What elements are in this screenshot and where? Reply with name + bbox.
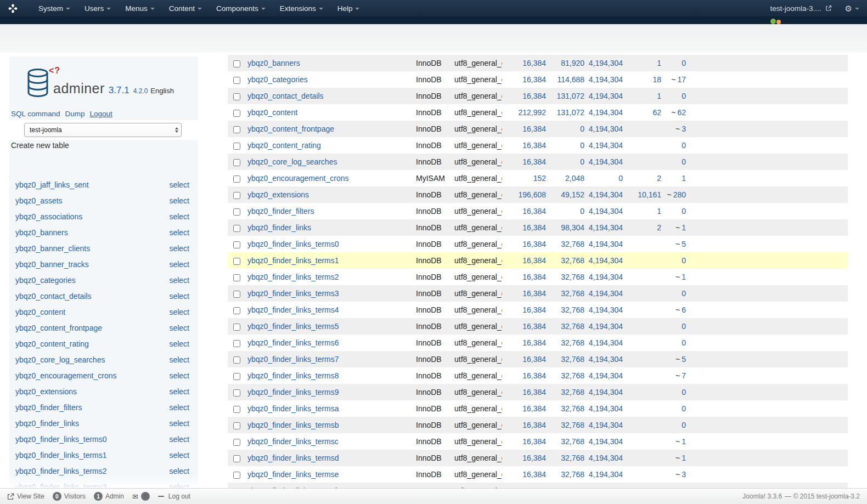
database-select[interactable]: test-joomla [24, 123, 182, 137]
data-length-link[interactable]: 16,384 [522, 223, 546, 232]
data-free-link[interactable]: 4,194,304 [589, 437, 623, 446]
data-length-link[interactable]: 16,384 [522, 437, 546, 446]
table-name-link[interactable]: ybqz0_core_log_searches [247, 157, 337, 166]
menu-item[interactable]: System [31, 0, 77, 16]
index-length-link[interactable]: 49,152 [561, 190, 584, 199]
rows-count-link[interactable]: 0 [682, 322, 686, 331]
sidebar-select-link[interactable]: select [169, 387, 189, 396]
auto-increment-link[interactable]: 10,161 [638, 190, 661, 199]
sidebar-table-link[interactable]: ybqz0_contact_details [15, 292, 92, 301]
data-free-link[interactable]: 4,194,304 [589, 355, 623, 364]
sidebar-select-link[interactable]: select [169, 228, 189, 237]
view-site-link[interactable]: View Site [17, 492, 44, 500]
data-length-link[interactable]: 16,384 [522, 355, 546, 364]
data-free-link[interactable]: 4,194,304 [589, 454, 623, 462]
rows-count-link[interactable]: 0 [682, 388, 686, 397]
data-free-link[interactable]: 4,194,304 [589, 75, 623, 84]
index-length-link[interactable]: 131,072 [556, 108, 584, 117]
sidebar-select-link[interactable]: select [169, 244, 189, 253]
index-length-link[interactable]: 2,048 [565, 174, 584, 183]
data-length-link[interactable]: 16,384 [522, 289, 546, 298]
index-length-link[interactable]: 32,768 [561, 338, 584, 347]
data-free-link[interactable]: 4,194,304 [589, 322, 623, 331]
row-checkbox[interactable] [233, 143, 240, 150]
index-length-link[interactable]: 32,768 [561, 240, 584, 248]
menu-item[interactable]: Components [209, 0, 273, 16]
table-name-link[interactable]: ybqz0_finder_links_terms3 [247, 289, 339, 298]
row-checkbox[interactable] [233, 126, 240, 133]
data-free-link[interactable]: 4,194,304 [589, 421, 623, 429]
row-checkbox[interactable] [233, 274, 240, 281]
rows-count-link[interactable]: 1 [682, 437, 686, 446]
data-length-link[interactable]: 16,384 [522, 157, 546, 166]
auto-increment-link[interactable]: 1 [657, 92, 661, 100]
data-length-link[interactable]: 152 [533, 174, 546, 183]
sidebar-table-link[interactable]: ybqz0_finder_filters [15, 403, 82, 412]
index-length-link[interactable]: 32,768 [561, 470, 584, 479]
sidebar-table-link[interactable]: ybqz0_banner_clients [15, 244, 90, 253]
index-length-link[interactable]: 32,768 [561, 371, 584, 380]
table-name-link[interactable]: ybqz0_finder_links_terms4 [247, 305, 339, 314]
sidebar-select-link[interactable]: select [169, 308, 189, 316]
sidebar-table-link[interactable]: ybqz0_banner_tracks [15, 260, 89, 269]
data-length-link[interactable]: 16,384 [522, 256, 546, 265]
data-free-link[interactable]: 4,194,304 [589, 305, 623, 314]
table-name-link[interactable]: ybqz0_finder_links_termsa [247, 404, 339, 413]
sidebar-select-link[interactable]: select [169, 180, 189, 189]
table-name-link[interactable]: ybqz0_finder_links_termse [247, 470, 339, 479]
table-name-link[interactable]: ybqz0_encouragement_crons [247, 174, 348, 183]
data-free-link[interactable]: 4,194,304 [589, 338, 623, 347]
rows-count-link[interactable]: 1 [682, 223, 686, 232]
index-length-link[interactable]: 0 [580, 124, 584, 133]
create-table-link[interactable]: Create new table [11, 141, 69, 150]
site-preview-link[interactable]: test-joomla-3.... [770, 4, 832, 13]
table-name-link[interactable]: ybqz0_finder_filters [247, 207, 314, 216]
row-checkbox[interactable] [233, 373, 240, 380]
data-free-link[interactable]: 4,194,304 [589, 157, 623, 166]
dump-link[interactable]: Dump [65, 110, 85, 118]
sidebar-table-link[interactable]: ybqz0_banners [15, 228, 68, 237]
sidebar-select-link[interactable]: select [169, 483, 189, 489]
row-checkbox[interactable] [233, 340, 240, 347]
data-free-link[interactable]: 4,194,304 [589, 289, 623, 298]
data-length-link[interactable]: 16,384 [522, 454, 546, 462]
table-name-link[interactable]: ybqz0_finder_links_terms7 [247, 355, 339, 364]
rows-count-link[interactable]: 6 [682, 305, 686, 314]
sidebar-table-link[interactable]: ybqz0_encouragement_crons [15, 371, 116, 380]
sidebar-table-link[interactable]: ybqz0_finder_links_terms3 [15, 483, 107, 489]
sidebar-select-link[interactable]: select [169, 260, 189, 269]
sidebar-table-link[interactable]: ybqz0_content [15, 308, 65, 316]
sidebar-select-link[interactable]: select [169, 276, 189, 285]
row-checkbox[interactable] [233, 472, 240, 479]
table-name-link[interactable]: ybqz0_finder_links_termsc [247, 437, 339, 446]
table-name-link[interactable]: ybqz0_finder_links_terms5 [247, 322, 339, 331]
menu-item[interactable]: Extensions [273, 0, 330, 16]
data-free-link[interactable]: 4,194,304 [589, 207, 623, 216]
sidebar-table-link[interactable]: ybqz0_extensions [15, 387, 77, 396]
data-free-link[interactable]: 4,194,304 [589, 223, 623, 232]
row-checkbox[interactable] [233, 324, 240, 331]
data-length-link[interactable]: 16,384 [522, 141, 546, 150]
data-length-link[interactable]: 196,608 [518, 190, 546, 199]
index-length-link[interactable]: 32,768 [561, 256, 584, 265]
row-checkbox[interactable] [233, 192, 240, 199]
index-length-link[interactable]: 32,768 [561, 355, 584, 364]
sidebar-select-link[interactable]: select [169, 292, 189, 301]
table-name-link[interactable]: ybqz0_finder_links_terms9 [247, 388, 339, 397]
row-checkbox[interactable] [233, 77, 240, 84]
table-name-link[interactable]: ybqz0_finder_links_termsd [247, 454, 339, 462]
table-name-link[interactable]: ybqz0_finder_links_terms6 [247, 338, 339, 347]
rows-count-link[interactable]: 1 [682, 273, 686, 281]
data-free-link[interactable]: 4,194,304 [589, 256, 623, 265]
sidebar-select-link[interactable]: select [169, 339, 189, 348]
auto-increment-link[interactable]: 2 [657, 174, 661, 183]
row-checkbox[interactable] [233, 291, 240, 298]
index-length-link[interactable]: 0 [580, 157, 584, 166]
rows-count-link[interactable]: 0 [682, 92, 686, 100]
sidebar-table-link[interactable]: ybqz0_jaff_links_sent [15, 180, 89, 189]
sidebar-select-link[interactable]: select [169, 212, 189, 221]
rows-count-link[interactable]: 0 [682, 338, 686, 347]
row-checkbox[interactable] [233, 159, 240, 166]
sidebar-select-link[interactable]: select [169, 451, 189, 460]
row-checkbox[interactable] [233, 439, 240, 446]
